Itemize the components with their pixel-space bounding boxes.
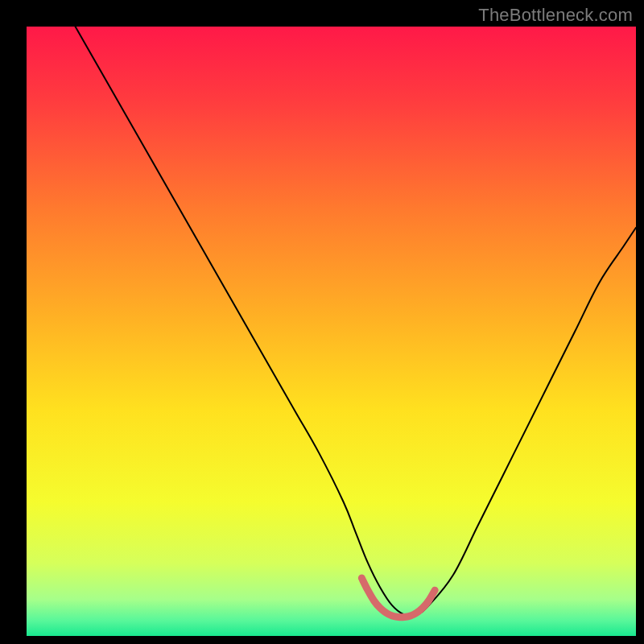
gradient-background [27, 27, 636, 636]
chart-container: TheBottleneck.com [0, 0, 644, 644]
watermark-text: TheBottleneck.com [478, 5, 633, 26]
bottleneck-chart [0, 0, 644, 644]
